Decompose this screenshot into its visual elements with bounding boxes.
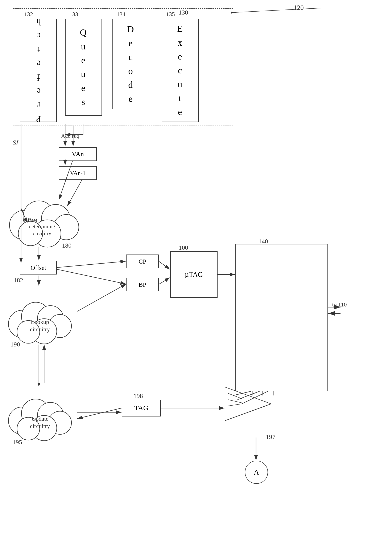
- ref-100-label: 100: [179, 244, 188, 251]
- prefetch-box: P r e f e t c h: [20, 19, 57, 122]
- lookup-cloud: Lookup circuitry: [5, 286, 77, 345]
- svg-line-33: [231, 8, 322, 13]
- decode-box: D e c o d e: [112, 19, 149, 109]
- ref-198-label: 198: [133, 392, 143, 399]
- svg-line-56: [77, 408, 121, 419]
- cp-label: CP: [139, 258, 146, 265]
- tag-box: TAG: [122, 400, 161, 416]
- si-label: SI: [13, 139, 18, 147]
- van1-label: VAn-1: [70, 170, 85, 176]
- ref-132-label: 132: [24, 11, 33, 18]
- svg-text:circuitry: circuitry: [30, 326, 50, 333]
- svg-line-65: [77, 284, 126, 311]
- offset-determining-cloud: Offset determining circuitry: [5, 183, 85, 248]
- tag-label: TAG: [134, 404, 148, 412]
- bp-label: BP: [139, 281, 146, 288]
- svg-marker-25: [225, 387, 271, 421]
- ref-133-label: 133: [69, 11, 78, 18]
- to-110-label: to 110: [332, 301, 347, 308]
- box-140: [235, 244, 328, 391]
- ref-197-label: 197: [266, 433, 275, 440]
- utag-box: µTAG: [170, 251, 217, 298]
- bp-box: BP: [126, 278, 159, 291]
- svg-line-47: [159, 278, 170, 284]
- van1-box: VAn-1: [59, 166, 97, 180]
- execute-box: E x e c u t e: [162, 19, 199, 122]
- ref-182-label: 182: [14, 277, 23, 284]
- van-label: VAn: [72, 150, 84, 158]
- ref-180-label: 180: [62, 242, 72, 249]
- svg-text:Lookup: Lookup: [31, 319, 49, 325]
- ref-120: 120: [294, 4, 304, 12]
- acc-req-label: Acc req: [61, 132, 79, 140]
- svg-text:Offset: Offset: [24, 217, 37, 223]
- prefetch-label: P r e f e t c h: [36, 15, 41, 126]
- ref-135-label: 135: [166, 11, 175, 18]
- cp-box: CP: [126, 254, 159, 268]
- ref-130-label: 130: [179, 9, 188, 16]
- queues-box: Q u e u e s: [65, 19, 102, 116]
- svg-text:circuitry: circuitry: [33, 230, 51, 236]
- van-box: VAn: [59, 147, 97, 161]
- svg-line-46: [159, 261, 170, 269]
- circle-a: A: [245, 461, 268, 484]
- offset-box: Offset: [20, 261, 57, 274]
- utag-label: µTAG: [185, 271, 203, 279]
- svg-line-45: [57, 269, 126, 284]
- ref-134-label: 134: [117, 11, 126, 18]
- svg-text:Update: Update: [31, 415, 48, 422]
- svg-text:circuitry: circuitry: [30, 423, 50, 429]
- ref-140-label: 140: [259, 238, 268, 245]
- ref-195-label: 195: [13, 439, 22, 446]
- circle-a-label: A: [254, 468, 259, 477]
- svg-text:determining: determining: [29, 223, 55, 229]
- svg-line-44: [57, 261, 126, 267]
- mux-triangle: [225, 387, 271, 438]
- ref-190-label: 190: [11, 341, 20, 348]
- diagram-container: 120 130 132 133 134 135 P r e f e t c h …: [0, 0, 392, 545]
- update-cloud: Update circuitry: [5, 383, 77, 442]
- offset-label: Offset: [30, 264, 46, 271]
